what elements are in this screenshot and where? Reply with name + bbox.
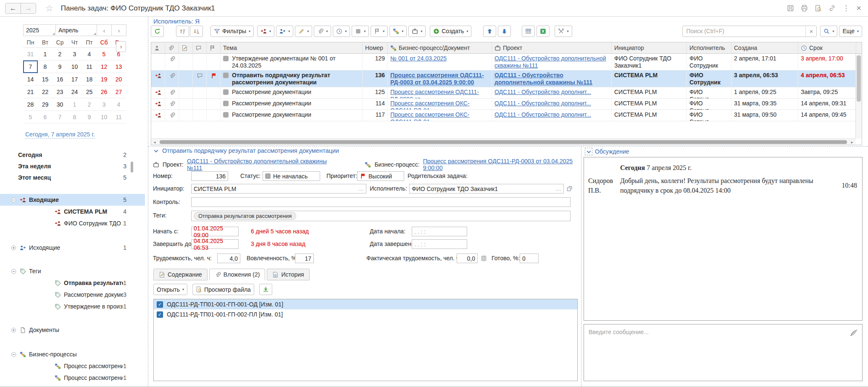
task-project-link[interactable]: ОДС111 - Обустройство дополнит... (494, 100, 591, 107)
task-row[interactable]: Рассмотрение документации117Процесс расс… (151, 110, 862, 121)
detail-splitter[interactable] (148, 146, 868, 146)
calendar-day[interactable]: 3 (97, 98, 111, 111)
sidebar-group-inbox[interactable]: Входящие5 (0, 194, 145, 206)
save-icon[interactable] (787, 5, 794, 12)
search-input[interactable] (683, 28, 805, 34)
task-project-link[interactable]: ОДС111 - Обустройство дополнительной скв… (494, 55, 606, 69)
start-field[interactable]: 01.04.2025 09:00 (191, 227, 239, 236)
calendar-day[interactable]: 23 (53, 86, 67, 98)
business-process-link[interactable]: Процесс рассмотрения ОДС111-РД-0003 от 0… (423, 158, 578, 171)
customize-button[interactable]: ▾ (555, 26, 572, 37)
favorite-star-icon[interactable]: ☆ (45, 3, 53, 13)
sidebar-tree-item[interactable]: Отправка результатов рассмо...1 (0, 277, 145, 289)
calendar-day[interactable]: 19 (97, 73, 111, 86)
export-excel-button[interactable] (537, 26, 550, 37)
actual-effort-field[interactable]: 0,0 (457, 254, 478, 263)
collapse-detail-icon[interactable] (153, 148, 159, 154)
expander-plus-icon[interactable] (11, 327, 17, 333)
finish-date-field[interactable]: . . : : (412, 239, 467, 249)
sidebar-scrollbar[interactable] (131, 162, 133, 173)
calendar-day[interactable]: 5 (23, 111, 38, 123)
expander-minus-icon[interactable] (11, 351, 17, 358)
attachment-row[interactable]: ✓ОДС111-РД-ТП01-001-ГП-002-ПЛ [Изм. 01] (154, 309, 577, 319)
calendar-day[interactable]: 22 (38, 86, 53, 98)
quick-filter-item[interactable]: Этот месяц5 (0, 172, 145, 183)
attachments-filter-button[interactable]: ▾ (314, 26, 331, 37)
project-filter-button[interactable]: ▾ (408, 26, 426, 37)
calendar-month-select[interactable]: Апрель (56, 24, 97, 36)
project-link[interactable]: ОДС111 - Обустройство дополнительной скв… (187, 158, 329, 171)
sidebar-tree-item[interactable]: СИСТЕМА PLM4 (0, 206, 145, 217)
calendar-day[interactable]: 25 (82, 86, 97, 98)
calendar-day[interactable]: 29 (38, 98, 53, 111)
calendar-day[interactable]: 21 (23, 86, 38, 98)
task-row[interactable]: Утверждение документации № 001 от 24.03.… (151, 54, 862, 71)
calendar-day[interactable]: 28 (23, 98, 38, 111)
calendar-next-button[interactable]: › (112, 24, 126, 36)
effort-field[interactable]: 4,0 (217, 254, 240, 263)
calendar-day[interactable]: 10 (97, 111, 111, 123)
status-filter-button[interactable]: ▾ (352, 26, 369, 37)
number-field[interactable]: 136 (191, 171, 228, 181)
more-button[interactable]: Еще▾ (839, 26, 862, 37)
collapse-discussion-button[interactable] (585, 148, 592, 155)
start-date-field[interactable]: . . : : (412, 227, 467, 236)
calendar-day[interactable]: 24 (67, 86, 82, 98)
calendar-day[interactable]: 10 (67, 60, 82, 73)
calendar-day[interactable]: 27 (111, 86, 126, 98)
calendar-day[interactable]: 4 (82, 48, 97, 60)
tags-field[interactable]: Отправка результатов рассмотрения (191, 211, 571, 221)
search-clear-icon[interactable]: × (805, 26, 816, 37)
attachment-checkbox[interactable]: ✓ (157, 311, 163, 318)
menu-kebab-icon[interactable]: ⋮ (842, 4, 850, 13)
sidebar-tree-item[interactable]: ФИО Сотрудник ТДО Заказчик11 (0, 217, 145, 229)
move-up-button[interactable] (483, 26, 496, 37)
back-button[interactable]: ← (5, 3, 21, 13)
calendar-day[interactable]: 7 (53, 111, 67, 123)
refresh-button[interactable] (151, 26, 164, 37)
calendar-day[interactable]: 5 (97, 48, 111, 60)
task-row[interactable]: Рассмотрение документации114Процесс расс… (151, 99, 862, 110)
sidebar-group-outbox[interactable]: Исходящие1 (0, 242, 145, 254)
create-button[interactable]: Создать▾ (430, 26, 471, 37)
sidebar-tree-item[interactable]: Рассмотрение документации3 (0, 289, 145, 301)
message-input[interactable] (584, 324, 862, 381)
calendar-day[interactable]: 20 (111, 73, 126, 86)
tag-chip[interactable]: Отправка результатов рассмотрения (194, 212, 296, 220)
close-icon[interactable]: × (856, 3, 861, 13)
control-field[interactable] (191, 197, 571, 207)
sort-ascending-button[interactable] (176, 26, 189, 37)
open-button[interactable]: Открыть▾ (153, 284, 187, 295)
preview-icon[interactable] (815, 5, 822, 12)
calendar-day[interactable]: 11 (82, 60, 97, 73)
calendar-day[interactable]: 1 (38, 48, 53, 60)
task-list-vertical-scrollbar[interactable] (855, 54, 862, 139)
expander-minus-icon[interactable] (11, 268, 17, 275)
today-link[interactable]: Сегодня, 7 апреля 2025 г. (25, 131, 95, 139)
tab-history[interactable]: История (267, 269, 309, 280)
expander-plus-icon[interactable] (11, 245, 17, 251)
sidebar-tree-item[interactable]: Процесс рассмотрения ОДС11...1 (0, 372, 145, 384)
quick-filter-item[interactable]: Эта неделя3 (0, 160, 145, 172)
calendar-day[interactable]: 1 (67, 98, 82, 111)
calendar-prev-button[interactable]: ‹ (97, 24, 112, 36)
forward-button[interactable]: → (21, 3, 36, 13)
calendar-day[interactable]: 18 (82, 73, 97, 86)
view-file-button[interactable]: Просмотр файла (192, 284, 254, 295)
attachment-checkbox[interactable]: ✓ (157, 301, 163, 308)
calendar-day[interactable]: 13 (111, 60, 126, 73)
priority-field[interactable]: Высокий (357, 171, 404, 181)
task-row[interactable]: Рассмотрение документации125Процесс расс… (151, 87, 862, 99)
executor-field[interactable]: ФИО Сотрудник ТДО Заказчик1... (409, 184, 564, 194)
task-project-link[interactable]: ОДС111 - Обустройство дополнительной скв… (494, 72, 592, 86)
link-icon[interactable] (829, 5, 836, 12)
task-list-horizontal-scrollbar[interactable]: ◂▸ (151, 139, 855, 145)
send-message-icon[interactable] (850, 329, 858, 337)
list-view-button[interactable] (522, 26, 535, 37)
calendar-day[interactable]: 2 (53, 48, 67, 60)
calendar-day[interactable]: 15 (38, 73, 53, 86)
status-field[interactable]: Не началась (263, 171, 320, 181)
calendar-day[interactable]: 9 (82, 111, 97, 123)
calculator-icon[interactable] (481, 255, 487, 261)
task-project-link[interactable]: ОДС111 - Обустройство дополнит... (494, 111, 591, 118)
